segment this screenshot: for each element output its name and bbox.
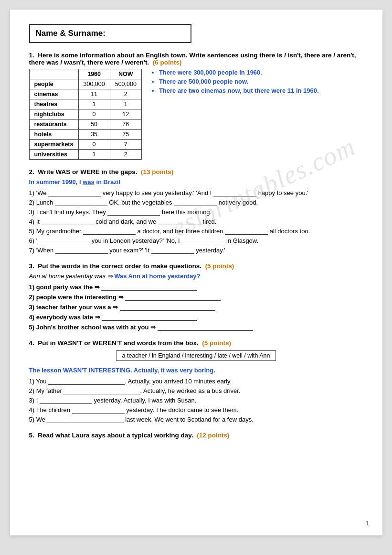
sentence-item: 2) Lunch OK, but the vegetables not very… [29,199,363,206]
fill-blank[interactable] [48,378,125,385]
q2-sentences: 1) 'We very happy to see you yesterday.'… [29,189,363,254]
table-row: nightclubs012 [29,109,141,120]
table-row: theatres11 [29,99,141,109]
fill-blank[interactable] [107,209,160,216]
question-2: 2. Write WAS or WERE in the gaps. (13 po… [29,168,363,254]
q1-points: (6 points) [153,59,182,66]
fill-blank[interactable] [181,238,224,244]
scrambled-text: teacher father your was a [36,304,111,311]
q4-example: The lesson WASN'T INTERESTING. Actually,… [29,367,363,374]
table-row: people300,000500,000 [29,79,141,89]
answer-item: There were 300,000 people in 1960. [159,69,319,76]
question-1: 1. Here is some information about an Eng… [29,52,363,160]
table-row-label: nightclubs [29,109,78,120]
table-row-value: 1 [110,99,141,109]
answer-blank[interactable] [102,314,197,321]
fill-blank[interactable] [213,190,256,196]
q1-number: 1. [29,52,34,59]
q1-answers: There were 300,000 people in 1960.There … [150,69,319,96]
table-row-value: 11 [78,89,110,99]
col-header-1960: 1960 [78,69,110,79]
fill-blank[interactable] [48,190,101,196]
answer-item: There are two cinemas now, but there wer… [159,87,319,94]
table-row-label: cinemas [29,89,78,99]
answer-item: There are 500,000 people now. [159,78,319,85]
li-num: 3) [29,304,35,311]
q2-number: 2. [29,168,34,175]
table-row: supermarkets07 [29,140,141,150]
q1-content: 1960 NOW people300,000500,000cinemas112t… [29,69,363,160]
fill-blank[interactable] [42,218,94,225]
scrambled-text: good party was the [36,283,93,291]
table-row: cinemas112 [29,89,141,99]
q1-text: Here is some information about an Englis… [29,52,356,66]
list-item: 3) teacher father your was a ⇒ [29,304,363,311]
q5-points: (12 points) [197,432,229,439]
li-num: 5) [29,324,35,331]
name-field[interactable]: Name & Surname: [29,24,191,43]
fill-blank[interactable] [83,228,136,235]
fill-blank[interactable] [47,416,124,423]
q4-number: 4. [29,339,34,347]
q4-text: Put in WASN'T or WEREN'T and words from … [38,339,198,347]
q4-wordbox: a teacher / in England / interesting / l… [116,350,276,361]
q3-title: 3. Put the words in the correct order to… [29,262,363,270]
q3-text: Put the words in the correct order to ma… [38,262,201,270]
answer-blank[interactable] [125,294,221,301]
answer-blank[interactable] [101,284,197,291]
fill-blank[interactable] [55,199,107,206]
q4-points: (5 points) [202,339,231,347]
table-row-value: 50 [78,120,110,130]
fill-blank[interactable] [151,247,194,254]
sentence-item: 3) I yesterday. Actually, I was with Sus… [29,397,363,404]
sentence-item: 5) My grandmother a doctor, and her thre… [29,228,363,235]
li-num: 4) [29,314,35,321]
scrambled-text: people were the interesting [36,294,117,301]
li-num: 7) [29,247,35,254]
table-row: restaurants5076 [29,120,141,130]
fill-blank[interactable] [64,388,140,394]
li-num: 2) [29,387,35,394]
answer-blank[interactable] [158,324,253,331]
q3-points: (5 points) [205,262,234,270]
li-num: 1) [29,283,35,291]
q3-example-scrambled: Ann at home yesterday was [29,272,106,280]
fill-blank[interactable] [40,397,92,404]
fill-blank[interactable] [37,238,90,244]
q3-example-answer: Was Ann at home yesterday? [114,272,200,280]
li-num: 2) [29,294,35,301]
li-num: 4) [29,406,35,414]
answer-blank[interactable] [120,304,215,311]
sentence-item: 5) We last week. We went to Scotland for… [29,416,363,423]
sentence-item: 1) You . Actually, you arrived 10 minute… [29,378,363,385]
arrow-icon: ⇒ [95,314,100,321]
table-row-value: 300,000 [78,79,110,89]
arrow-icon: ⇒ [113,304,118,311]
arrow-icon: ⇒ [118,294,124,301]
sentence-item: 2) My father . Actually, he worked as a … [29,387,363,394]
fill-blank[interactable] [174,199,217,206]
fill-blank[interactable] [225,228,268,235]
question-4: 4. Put in WASN'T or WEREN'T and words fr… [29,339,363,423]
table-row-value: 7 [110,140,141,150]
table-row-value: 0 [78,140,110,150]
li-num: 5) [29,228,35,235]
li-num: 1) [29,189,35,196]
li-num: 3) [29,208,35,216]
table-row-value: 12 [110,109,141,120]
q5-text: Read what Laura says about a typical wor… [38,432,193,439]
sentence-item: 3) I can't find my keys. They here this … [29,208,363,216]
li-num: 3) [29,397,35,404]
table-row-value: 500,000 [110,79,141,89]
scrambled-text: everybody was late [36,314,93,321]
table-row-label: theatres [29,99,78,109]
q1-title: 1. Here is some information about an Eng… [29,52,363,66]
col-header-now: NOW [110,69,141,79]
q3-items: 1) good party was the ⇒ 2) people were t… [29,283,363,331]
sentence-item: 4) The children yesterday. The doctor ca… [29,406,363,414]
table-row-value: 1 [78,99,110,109]
fill-blank[interactable] [158,218,201,225]
fill-blank[interactable] [55,247,108,254]
table-row-value: 75 [110,130,141,140]
fill-blank[interactable] [72,407,125,414]
